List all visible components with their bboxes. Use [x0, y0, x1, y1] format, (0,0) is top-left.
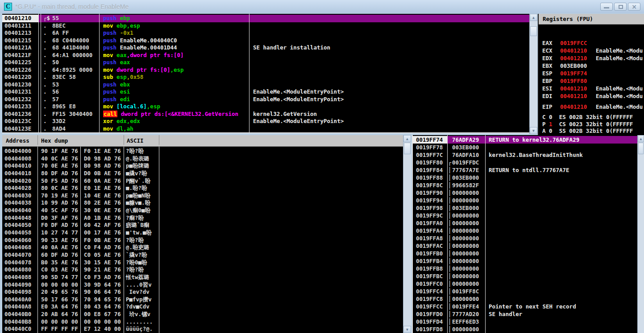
register-row[interactable]: ESP0019FF74: [539, 70, 644, 77]
flag-segment-row[interactable]: P 1 CS 0023 32bit 0(FFFFFF: [542, 121, 644, 128]
hexdump-row[interactable]: 00404050F0 DF AD 7660 42 AF 76疬璐`B痸: [2, 222, 403, 229]
disasm-row[interactable]: 00401231.56push esiEnableMe.<ModuleEntry…: [2, 88, 529, 96]
hexdump-row[interactable]: 004040A8E0 3A 64 7680 43 64 76?dv■Cdv: [2, 303, 403, 311]
disasm-row[interactable]: 00401236.FF15 3040400call dword ptr ds:[…: [2, 111, 529, 118]
hexdump-row[interactable]: 0040400090 1F AE 76F0 1E AE 76?盼?盼: [2, 148, 403, 155]
disasm-scrollbar[interactable]: ▲ ▼: [529, 14, 537, 134]
stack-row[interactable]: 0019FFD4│EEFF6ED3: [413, 318, 637, 325]
disasm-row[interactable]: 0040123C.33D2xor edx,edxEnableMe.<Module…: [2, 118, 529, 125]
scroll-up-icon[interactable]: ▲: [638, 135, 644, 142]
stack-scroll-thumb[interactable]: [638, 143, 644, 154]
scroll-up-icon[interactable]: ▲: [530, 14, 537, 21]
stack-row[interactable]: 0019FF7C76ADFA10kernel32.BaseThreadInitT…: [413, 151, 637, 159]
stack-row[interactable]: 0019FFB8│00000000: [413, 265, 637, 272]
stack-row[interactable]: 0019FF90│00000000: [413, 189, 637, 197]
disasm-row[interactable]: 00401210┌$55push ebp: [2, 15, 529, 22]
disasm-row[interactable]: 00401230.53push ebx: [2, 81, 529, 89]
stack-row[interactable]: 0019FFA0│00000000: [413, 219, 637, 227]
stack-row[interactable]: 0019FFD0│7777AD20SE handler: [413, 310, 637, 318]
hexdump-row[interactable]: 0040409820 49 65 7690 06 64 76 Iev?dv: [2, 288, 403, 296]
scroll-down-icon[interactable]: ▼: [403, 326, 411, 333]
hexdump-scroll-thumb[interactable]: [404, 143, 411, 154]
minimize-button[interactable]: [600, 3, 613, 11]
stack-row[interactable]: 0019FF84│77767A7ERETURN to ntdll.77767A7…: [413, 166, 637, 174]
stack-row[interactable]: 0019FF9C│00000000: [413, 212, 637, 219]
scroll-down-icon[interactable]: ▼: [530, 127, 537, 134]
hex-bytes: 50 17 66 76: [41, 296, 78, 304]
hexdump-row[interactable]: 0040400840 0C AE 76D0 98 AD 76@.盼表璐: [2, 155, 403, 163]
stack-comment: SE handler: [489, 310, 522, 318]
stack-row[interactable]: 0019FFBC│00000000: [413, 272, 637, 280]
disasm-row[interactable]: 00401211.8BECmov ebp,esp: [2, 22, 529, 30]
hexdump-row[interactable]: 0040401070 0E AE 76B0 98 AD 76p■盼牌璐: [2, 162, 403, 170]
hexdump-row[interactable]: 004040B800 00 00 0000 00 00 00........: [2, 318, 403, 326]
scroll-up-icon[interactable]: ▲: [403, 135, 411, 142]
restore-button[interactable]: [614, 3, 627, 11]
disasm-row[interactable]: 00401233.8965 E8mov [local.6],esp: [2, 103, 529, 111]
hexdump-row[interactable]: 004040C0FF FF FF FFE7 12 40 00üüüüç?@.: [2, 325, 403, 333]
disasm-row[interactable]: 00401215.68 C0404000push EnableMe.004040…: [2, 37, 529, 45]
register-row[interactable]: EDX00401210EnableMe.<Modu: [539, 54, 644, 62]
hexdump-row[interactable]: 0040402050 F5 AD 7660 0A AE 76P醐v`.盼: [2, 177, 403, 185]
flag-segment-row[interactable]: C 0 ES 002B 32bit 0(FFFFFF: [542, 114, 644, 121]
hexdump-row[interactable]: 0040406090 33 AE 76F0 0B AE 76?盼?盼: [2, 237, 403, 244]
hexdump-row[interactable]: 0040402880 0C AE 76E0 1E AE 76■.盼?盼: [2, 185, 403, 192]
stack-row[interactable]: 0019FFD8│00000000: [413, 325, 637, 333]
stack-row[interactable]: 0019FF8C│9966582F: [413, 181, 637, 189]
stack-row[interactable]: 0019FFB0│00000000: [413, 250, 637, 257]
stack-row[interactable]: 0019FFA8│00000000: [413, 234, 637, 242]
hexdump-row[interactable]: 0040407060 DF AD 76C0 05 AE 76`撬v?盼: [2, 251, 403, 259]
stack-row[interactable]: 0019FF94│00000000: [413, 197, 637, 204]
stack-row[interactable]: 0019FFAC│00000000: [413, 242, 637, 250]
opcode-bytes: 8BEC: [52, 22, 66, 30]
disasm-scroll-thumb[interactable]: [530, 26, 537, 36]
window-controls: ×: [600, 3, 640, 11]
stack-row[interactable]: 0019FFC8│00000000: [413, 295, 637, 303]
hexdump-row[interactable]: 0040406840 0A AE 76C0 F4 AD 76@.盼吏璐: [2, 244, 403, 251]
disasm-row[interactable]: 0040121A.68 441D4000push EnableMe.00401D…: [2, 44, 529, 52]
stack-row[interactable]: 0019FF7476ADFA29RETURN to kernel32.76ADF…: [413, 136, 637, 144]
hexdump-row[interactable]: 0040409000 00 00 0030 9D 64 76....0習v: [2, 281, 403, 289]
hexdump-row[interactable]: 0040404040 5C AF 7630 0E AE 76@\痸0■盼: [2, 207, 403, 214]
disasm-row[interactable]: 00401232.57push ediEnableMe.<ModuleEntry…: [2, 96, 529, 103]
stack-row[interactable]: 0019FFB4│00000000: [413, 257, 637, 265]
disasm-row[interactable]: 0040123E.8AD4mov dl,ah: [2, 125, 529, 133]
header-divider: [37, 135, 38, 145]
register-row[interactable]: EBP0019FF80: [539, 77, 644, 85]
disasm-row[interactable]: 00401225.50push eax: [2, 59, 529, 66]
hexdump-row[interactable]: 0040403070 19 AE 7610 4E AE 76p■盼■N盼: [2, 192, 403, 200]
hexdump-row[interactable]: 0040408890 5D 74 77C0 F3 AD 76怅tw荔璐: [2, 274, 403, 281]
register-row[interactable]: EBX003EB000: [539, 62, 644, 70]
stack-row[interactable]: 0019FFC0│00000000: [413, 280, 637, 288]
title-bar[interactable]: C *G.P.U* - main thread, module EnableMe…: [0, 0, 644, 13]
disasm-row[interactable]: 00401213.6A FFpush -0x1: [2, 29, 529, 37]
hexdump-row[interactable]: 0040403810 99 AD 7680 2E AE 76■糠v■.盼: [2, 199, 403, 207]
stack-row[interactable]: 0019FF78003EB000: [413, 144, 637, 151]
hexdump-row[interactable]: 00404078B0 35 AE 7630 15 AE 76?盼0■盼: [2, 259, 403, 267]
register-row[interactable]: EIP00401210EnableMe.<Modu: [539, 103, 644, 111]
stack-row[interactable]: 0019FFCC│0019FFE4Pointer to next SEH rec…: [413, 303, 637, 310]
flag-segment-row[interactable]: A 0 SS 002B 32bit 0(FFFFFF: [542, 127, 644, 135]
hexdump-row[interactable]: 0040401880 DF AD 76D0 0B AE 76■撬v?盼: [2, 170, 403, 177]
register-row[interactable]: EDI00401210EnableMe.<Modu: [539, 92, 644, 100]
hexdump-row[interactable]: 0040405810 27 74 7700 17 AE 76■'tw.■盼: [2, 229, 403, 237]
stack-scrollbar[interactable]: ▲: [637, 135, 644, 333]
stack-row[interactable]: 0019FFC4│0019FF8C: [413, 288, 637, 295]
stack-row[interactable]: 0019FF80┌0019FFDC: [413, 159, 637, 166]
stack-row[interactable]: 0019FF88│003EB000: [413, 174, 637, 181]
ascii-text: ?痸?盼: [126, 214, 144, 222]
hexdump-scrollbar[interactable]: ▲ ▼: [403, 135, 411, 333]
register-row[interactable]: ECX00401210EnableMe.<Modu: [539, 47, 644, 54]
disasm-row[interactable]: 0040122D.83EC 58sub esp,0x58: [2, 74, 529, 81]
hexdump-row[interactable]: 004040B020 AB 64 7600 E8 67 76 玠v.镙v: [2, 311, 403, 318]
hexdump-row[interactable]: 00404080C0 03 AE 7690 21 AE 76?盼?盼: [2, 266, 403, 274]
hexdump-row[interactable]: 00404048D0 3F AF 76A0 1B AE 76?痸?盼: [2, 214, 403, 222]
hexdump-row[interactable]: 004040A050 17 66 7670 94 65 76P■fvp攒v: [2, 296, 403, 304]
disasm-row[interactable]: 0040121F.64:A1 000000mov eax,dword ptr f…: [2, 52, 529, 59]
stack-row[interactable]: 0019FFA4│00000000: [413, 227, 637, 234]
register-row[interactable]: ESI00401210EnableMe.<Modu: [539, 85, 644, 92]
disasm-row[interactable]: 00401226.64:8925 0000mov dword ptr fs:[0…: [2, 66, 529, 74]
register-row[interactable]: EAX0019FFCC: [539, 39, 644, 47]
stack-row[interactable]: 0019FF98│003EB000: [413, 204, 637, 212]
close-button[interactable]: ×: [628, 3, 640, 11]
